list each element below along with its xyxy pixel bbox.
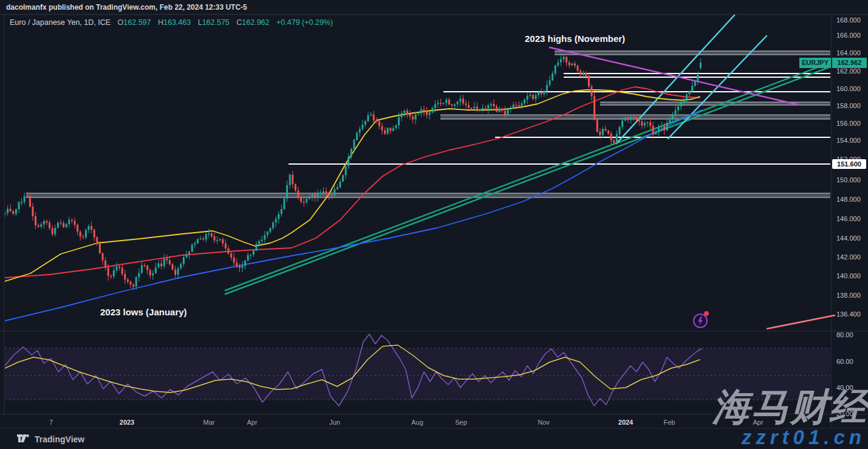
rsi-indicator-pane: [5, 334, 830, 406]
boost-rocket-icon[interactable]: [693, 314, 708, 328]
high-label: H: [158, 18, 163, 27]
symbol-legend[interactable]: Euro / Japanese Yen, 1D, ICE O162.597 H1…: [10, 18, 333, 27]
symbol-tag-label[interactable]: EURJPY: [799, 58, 831, 68]
symbol-title: Euro / Japanese Yen, 1D, ICE: [10, 18, 111, 27]
lightning-bolt-icon: [694, 315, 706, 327]
high-value: 163.463: [163, 18, 191, 27]
low-label: L: [198, 18, 202, 27]
trendline-magenta-descending[interactable]: [550, 47, 798, 105]
open-value: 162.597: [123, 18, 151, 27]
change-value: +0.479 (+0.29%): [276, 18, 333, 27]
time-axis[interactable]: [0, 414, 832, 428]
trendlines[interactable]: [225, 15, 835, 329]
watermark-brand-text: 海马财经: [713, 388, 868, 426]
price-axis[interactable]: [832, 15, 868, 428]
trendline-channel-lower[interactable]: [225, 67, 830, 294]
annotation-2023-highs: 2023 highs (November): [525, 33, 625, 44]
open-label: O: [118, 18, 124, 27]
low-value: 162.575: [202, 18, 230, 27]
chart-canvas[interactable]: [0, 0, 868, 449]
close-value: 162.962: [242, 18, 269, 27]
last-price-label: 162.962: [832, 58, 867, 68]
trendline-pink-short[interactable]: [767, 315, 835, 329]
close-label: C: [236, 18, 242, 27]
trendline-cyan-steep[interactable]: [617, 15, 734, 143]
level-price-label[interactable]: 151.600: [832, 159, 866, 169]
annotation-2023-lows: 2023 lows (January): [100, 307, 187, 317]
watermark-url-text: zzrt01.cn: [742, 426, 866, 449]
